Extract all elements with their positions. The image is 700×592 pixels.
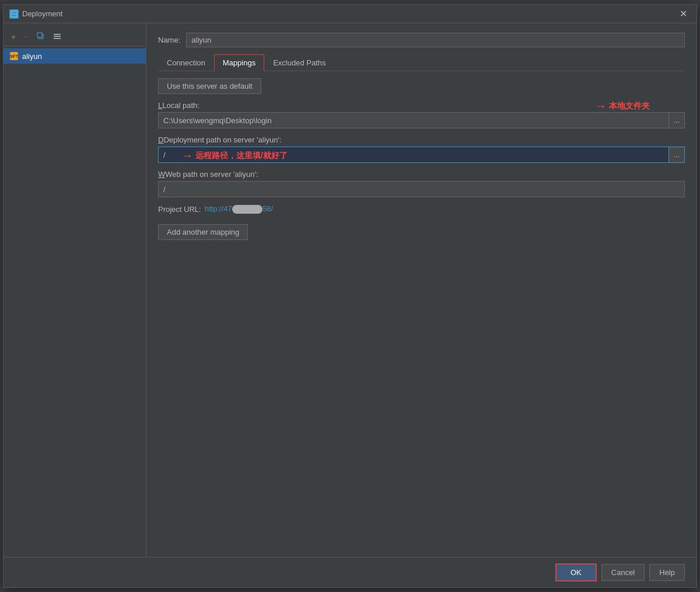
sidebar: + − (4, 23, 146, 557)
local-path-input[interactable] (158, 112, 669, 128)
server-name-label: aliyun (22, 52, 42, 61)
dialog-title: Deployment (22, 9, 62, 18)
tabs-row: Connection Mappings Excluded Paths (158, 54, 685, 71)
deployment-path-browse-button[interactable]: ... (669, 147, 685, 163)
right-panel: Name: Connection Mappings Excluded Paths… (146, 23, 696, 557)
bottom-bar: OK Cancel Help (4, 557, 696, 587)
web-path-row (158, 181, 685, 197)
name-input[interactable] (186, 33, 685, 47)
web-path-label: WWeb path on server 'aliyun': (158, 170, 685, 179)
local-path-browse-button[interactable]: ... (669, 112, 685, 128)
deployment-path-row: ... (158, 147, 685, 163)
sidebar-toolbar: + − (4, 28, 146, 46)
add-mapping-button[interactable]: Add another mapping (158, 224, 248, 240)
add-server-button[interactable]: + (8, 31, 19, 43)
server-type-icon: SFT (9, 51, 19, 61)
title-bar: Deployment ✕ (4, 5, 696, 23)
deployment-dialog: Deployment ✕ + − (3, 4, 697, 588)
web-path-section: WWeb path on server 'aliyun': (158, 170, 685, 197)
project-url-row: Project URL: http://47▓▓▓58/ (158, 204, 685, 214)
svg-rect-5 (54, 36, 61, 37)
local-path-label: LLocal path: (158, 101, 685, 110)
svg-rect-3 (37, 33, 42, 37)
local-path-section: LLocal path: ... → 本地文件夹 (158, 101, 685, 128)
close-button[interactable]: ✕ (676, 8, 691, 20)
tab-connection[interactable]: Connection (158, 54, 214, 71)
name-row: Name: (158, 33, 685, 47)
default-button-container: Use this server as default (158, 78, 685, 94)
deployment-path-input[interactable] (158, 147, 669, 163)
main-content: + − (4, 23, 696, 557)
local-path-input-wrapper: ... → 本地文件夹 (158, 112, 685, 128)
name-label: Name: (158, 36, 180, 44)
tab-mappings[interactable]: Mappings (214, 54, 264, 71)
svg-rect-4 (54, 34, 61, 35)
ok-button[interactable]: OK (555, 563, 597, 581)
config-button[interactable] (50, 30, 64, 43)
deployment-path-input-wrapper: ... → 远程路径，这里填/就好了 (158, 147, 685, 163)
remove-server-button[interactable]: − (21, 31, 32, 43)
help-button[interactable]: Help (649, 564, 685, 581)
copy-server-button[interactable] (34, 30, 48, 43)
web-path-input[interactable] (158, 181, 685, 197)
tab-excluded-paths[interactable]: Excluded Paths (264, 54, 334, 71)
project-url-link[interactable]: http://47▓▓▓58/ (205, 204, 274, 214)
use-default-button[interactable]: Use this server as default (158, 78, 261, 94)
deployment-path-section: DDeployment path on server 'aliyun': ...… (158, 135, 685, 163)
deployment-path-label: DDeployment path on server 'aliyun': (158, 135, 685, 144)
server-item-aliyun[interactable]: SFT aliyun (4, 48, 146, 64)
cancel-button[interactable]: Cancel (601, 564, 645, 581)
project-url-label: Project URL: (158, 205, 201, 214)
dialog-icon (9, 9, 19, 19)
url-blurred: ▓▓▓ (232, 205, 262, 214)
svg-rect-6 (54, 38, 61, 39)
local-path-row: ... (158, 112, 685, 128)
